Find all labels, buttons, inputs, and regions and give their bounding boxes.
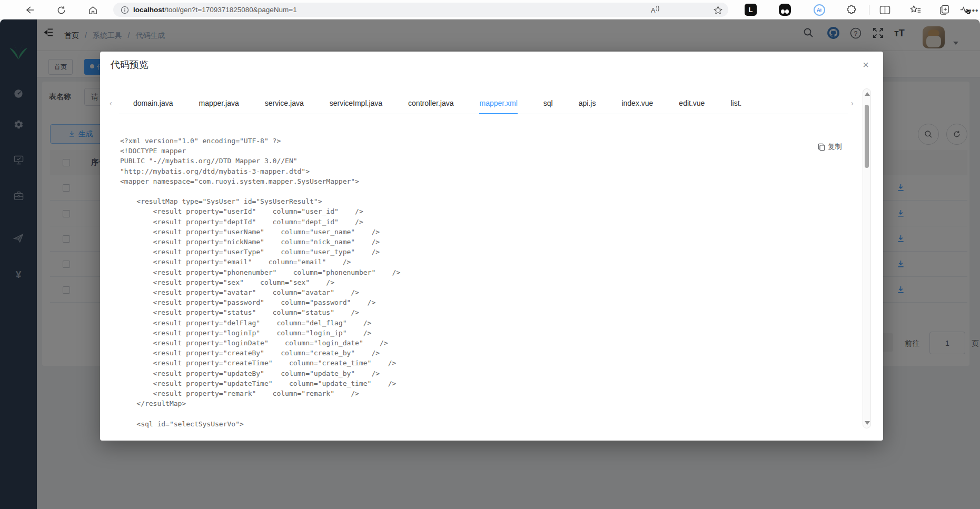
scrollbar-thumb[interactable]: [865, 105, 869, 168]
tab-index-vue[interactable]: index.vue: [621, 93, 653, 114]
file-tabbar: ‹ domain.java mapper.java service.java s…: [119, 93, 848, 114]
extension-l-icon[interactable]: L: [744, 3, 757, 16]
close-icon[interactable]: ×: [859, 59, 872, 72]
scroll-down-icon[interactable]: [865, 421, 870, 425]
tab-service-java[interactable]: service.java: [265, 93, 304, 114]
url-text: localhost/tool/gen?t=1709371825080&pageN…: [133, 6, 297, 14]
tab-edit-vue[interactable]: edit.vue: [679, 93, 705, 114]
tab-mapper-xml[interactable]: mapper.xml: [479, 93, 517, 114]
copy-button[interactable]: 复制: [818, 142, 842, 152]
svg-text:A: A: [651, 6, 656, 14]
tabs-prev-icon[interactable]: ‹: [110, 99, 112, 107]
tab-controller-java[interactable]: controller.java: [408, 93, 453, 114]
extensions-puzzle-icon[interactable]: [845, 3, 858, 16]
extension-ai-icon[interactable]: Ai: [813, 3, 826, 16]
url-path: /tool/gen?t=1709371825080&pageNum=1: [164, 6, 296, 14]
tab-serviceimpl-java[interactable]: serviceImpl.java: [330, 93, 382, 114]
split-screen-icon[interactable]: [878, 3, 892, 16]
file-tabs: domain.java mapper.java service.java ser…: [133, 93, 767, 114]
home-icon[interactable]: [85, 3, 100, 17]
code-content[interactable]: <?xml version="1.0" encoding="UTF-8" ?> …: [120, 136, 400, 429]
extension-dark-icon[interactable]: [778, 3, 791, 16]
copy-icon: [818, 143, 825, 151]
read-aloud-icon[interactable]: A: [648, 3, 663, 17]
address-bar[interactable]: localhost/tool/gen?t=1709371825080&pageN…: [113, 3, 728, 17]
refresh-icon[interactable]: [54, 3, 68, 17]
tab-mapper-java[interactable]: mapper.java: [199, 93, 239, 114]
code-preview-dialog: 代码预览 × ‹ domain.java mapper.java service…: [100, 52, 883, 441]
site-info-icon[interactable]: [121, 6, 129, 14]
tab-domain-java[interactable]: domain.java: [133, 93, 173, 114]
browser-toolbar: localhost/tool/gen?t=1709371825080&pageN…: [0, 0, 980, 19]
dialog-title: 代码预览: [111, 58, 149, 71]
favorites-list-icon[interactable]: [909, 3, 922, 16]
url-host: localhost: [133, 6, 164, 14]
scroll-up-icon[interactable]: [865, 92, 870, 96]
settings-menu-icon[interactable]: •••: [966, 3, 980, 17]
toolbar-divider: [869, 5, 869, 15]
tab-sql[interactable]: sql: [543, 93, 553, 114]
tab-list-vue[interactable]: list.: [730, 93, 741, 114]
tabs-next-icon[interactable]: ›: [851, 99, 854, 107]
favorite-star-icon[interactable]: [710, 3, 725, 17]
code-scrollbar[interactable]: [863, 88, 871, 428]
back-icon[interactable]: [22, 3, 37, 17]
tab-api-js[interactable]: api.js: [579, 93, 596, 114]
collections-icon[interactable]: [938, 3, 952, 16]
